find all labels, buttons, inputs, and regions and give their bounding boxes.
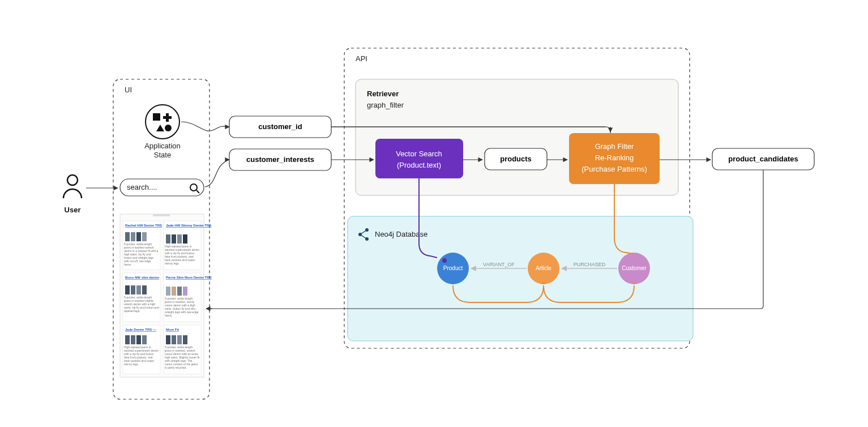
svg-point-61 [442,258,447,263]
results-panel: Rachel HW Denim TRS 5-pocket, ankle-leng… [120,214,212,377]
svg-rect-22 [136,285,141,294]
application-state-label-2: State [154,151,171,159]
svg-text:Re-Ranking: Re-Ranking [595,153,634,162]
customer-interests-box: customer_interests [229,149,331,170]
svg-rect-16 [172,234,176,244]
svg-point-1 [146,105,179,139]
svg-rect-26 [172,287,176,296]
svg-rect-11 [131,232,135,241]
search-placeholder: search.... [127,183,157,191]
arrow-appstate-customerid [181,122,229,131]
svg-rect-8 [153,214,170,216]
svg-rect-27 [177,287,182,296]
svg-rect-36 [172,335,176,344]
application-state-icon [146,105,179,139]
svg-rect-2 [153,113,160,121]
svg-rect-21 [131,285,135,294]
customer-id-box: customer_id [229,116,331,138]
svg-point-3 [165,125,172,131]
svg-text:customer_id: customer_id [258,122,302,131]
svg-rect-31 [131,335,135,344]
svg-rect-23 [142,285,147,294]
svg-rect-33 [142,335,147,344]
svg-text:(Product.text): (Product.text) [397,161,441,169]
svg-text:(Purchase Patterns): (Purchase Patterns) [581,165,647,173]
svg-rect-10 [125,232,130,241]
svg-rect-13 [142,232,147,241]
svg-rect-35 [166,335,170,344]
retriever-title: Retriever [367,89,399,98]
ui-section-label: UI [125,86,132,94]
rel-variant-of-label: VARIANT_OF [483,262,515,267]
result-desc: 5-pocket, ankle-length jeans in washed s… [124,296,159,313]
svg-text:products: products [500,155,532,163]
svg-rect-18 [183,234,187,244]
svg-rect-12 [136,232,141,241]
api-section-label: API [356,54,367,63]
user-icon [63,175,82,198]
retriever-subtitle: graph_filter [367,101,404,109]
neo4j-label: Neo4j Database [375,230,427,238]
svg-text:product_candidates: product_candidates [728,155,798,163]
svg-rect-37 [177,335,182,344]
result-title: Jade Denim TRS — [125,328,156,331]
result-title: Rachel HW Denim TRS [125,224,162,227]
svg-rect-43 [375,139,463,178]
arrow-search-custinterests [205,160,229,187]
result-desc: High-waisted jeans in washed superstretc… [165,245,200,265]
svg-point-0 [67,175,78,185]
search-input[interactable]: search.... [120,179,204,196]
result-desc: High-waisted jeans in washed superstretc… [124,345,159,366]
user-label: User [65,206,81,214]
svg-text:customer_interests: customer_interests [246,155,314,164]
product-candidates-box: product_candidates [712,148,814,170]
svg-text:Vector Search: Vector Search [396,150,442,158]
svg-rect-32 [136,335,141,344]
svg-rect-25 [166,287,170,296]
result-title: Bono NW slim denim [125,276,159,279]
svg-rect-15 [166,234,170,244]
rel-purchased-label: PURCHASED [574,262,606,267]
svg-rect-30 [125,335,130,344]
vector-search-box: Vector Search (Product.text) [375,139,463,178]
svg-rect-20 [125,285,130,294]
result-title: Jade HW Skinny Denim TRS [166,224,211,227]
application-state-label-1: Application [144,142,181,150]
node-product-label: Product [443,265,463,271]
products-box: products [485,148,547,170]
result-desc: 5-pocket, ankle-length jeans in washed s… [124,242,159,266]
graph-filter-box: Graph Filter Re-Ranking (Purchase Patter… [569,133,660,184]
result-desc: 5-pocket, ankle-length jeans in washed, … [165,297,200,317]
svg-rect-38 [183,335,187,344]
result-desc: 5-pocket, ankle-length jeans in washed, … [165,345,200,369]
result-title: Mom Fit [166,328,179,331]
node-article-label: Article [536,265,551,271]
svg-rect-17 [177,234,182,244]
node-customer-label: Customer [622,265,647,271]
svg-text:Graph Filter: Graph Filter [595,142,634,151]
result-title: Perrie Slim Mom Denim TRS [166,276,212,279]
svg-rect-28 [183,287,187,296]
